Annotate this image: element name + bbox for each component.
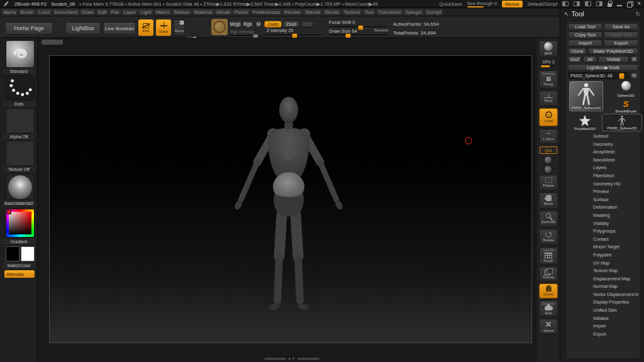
edit-button[interactable]: Edit xyxy=(138,19,153,36)
menu-item[interactable]: Light xyxy=(138,9,153,16)
menu-item[interactable]: Stencil xyxy=(303,9,322,16)
zadd-button[interactable]: Zadd xyxy=(264,21,282,28)
active-tool-slider[interactable]: PM3D_Sphere3D. 48 xyxy=(568,72,629,79)
polymesh3d-tool[interactable]: PolyMesh3D xyxy=(569,114,601,131)
lightbox-button[interactable]: LightBox xyxy=(65,22,101,35)
menu-item[interactable]: Preferences xyxy=(251,9,282,16)
menu-item[interactable]: Marker xyxy=(172,9,192,16)
color-picker[interactable] xyxy=(6,209,35,238)
goz-button[interactable]: GoZ xyxy=(568,56,582,63)
tool-section-item[interactable]: Vector Displacement Map xyxy=(568,291,638,299)
clone-button[interactable]: Clone xyxy=(568,48,587,55)
texture-button[interactable] xyxy=(6,141,35,166)
tool-section-item[interactable]: Initialize xyxy=(568,315,638,323)
collapse-left-panel-icon[interactable] xyxy=(562,1,569,6)
floor-button[interactable]: Floor xyxy=(539,90,558,106)
default-zscript-button[interactable]: DefaultZScript xyxy=(528,1,558,7)
menu-item[interactable]: Stroke xyxy=(323,9,341,16)
menu-item[interactable]: Color xyxy=(36,9,52,16)
local-button[interactable]: Local xyxy=(539,108,558,126)
goz-all-button[interactable]: All xyxy=(583,56,597,63)
simplebrush-tool[interactable]: S SimpleBrush xyxy=(609,98,642,112)
move-button[interactable]: M Move xyxy=(174,19,185,36)
material-button[interactable] xyxy=(6,173,35,200)
active-tool-slider-handle[interactable] xyxy=(619,73,625,79)
sphere3d-tool[interactable]: Sphere3D xyxy=(609,81,642,97)
main-color-swatch[interactable] xyxy=(6,246,19,261)
rgb-intensity-slider[interactable] xyxy=(229,35,262,37)
see-through-slider[interactable]: See-through 0 xyxy=(467,1,497,8)
frame-button[interactable]: Frame xyxy=(539,175,558,190)
lock-icon[interactable] xyxy=(608,3,612,7)
see-through-handle[interactable] xyxy=(467,6,484,8)
menu-item[interactable]: Zplugin xyxy=(403,9,423,16)
spix-slider[interactable]: SPix 3 xyxy=(539,59,558,69)
tool-section-item[interactable]: Subtool xyxy=(568,133,638,141)
scroll-nav-icon[interactable] xyxy=(544,156,552,164)
tool-section-item[interactable]: Normal Map xyxy=(568,283,638,291)
color-sv-square[interactable] xyxy=(9,212,31,234)
collapse-right-panel-icon[interactable] xyxy=(585,1,591,6)
mrgb-button[interactable]: Mrgb xyxy=(229,21,242,28)
tool-section-item[interactable]: Layers xyxy=(568,164,638,172)
tool-section-item[interactable]: Unified Skin xyxy=(568,307,638,315)
expand-left-panel-icon[interactable] xyxy=(574,1,580,6)
alpha-button[interactable] xyxy=(6,108,35,133)
menus-button[interactable]: Menus xyxy=(502,1,523,8)
tool-section-item[interactable]: Deformation xyxy=(568,204,638,212)
menu-item[interactable]: Transform xyxy=(376,9,402,16)
qvz-button[interactable]: Qvz xyxy=(540,146,557,154)
export-button[interactable]: Export xyxy=(604,40,638,47)
home-page-button[interactable]: Home Page xyxy=(5,22,53,35)
scrollbar-track-right[interactable] xyxy=(297,358,319,360)
tool-r-button[interactable]: R xyxy=(630,72,638,79)
menu-item[interactable]: Layer xyxy=(121,9,138,16)
draw-size-slider[interactable] xyxy=(329,35,388,36)
tool-section-item[interactable]: Preview xyxy=(568,188,638,196)
rgb-button[interactable]: Rgb xyxy=(243,21,253,28)
menu-item[interactable]: Tool xyxy=(363,9,376,16)
zsub-button[interactable]: Zsub xyxy=(283,21,299,28)
tool-section-item[interactable]: Visibility xyxy=(568,220,638,228)
restore-icon[interactable] xyxy=(627,1,632,6)
selected-tool-thumbnail[interactable]: PM3D_Sphere3D xyxy=(569,81,603,111)
rotate-nav-button[interactable]: Rotate xyxy=(539,229,558,245)
transp-button[interactable]: Transp xyxy=(539,266,558,282)
sculpt-model[interactable] xyxy=(226,92,352,324)
close-icon[interactable]: × xyxy=(637,1,641,7)
stroke-dots-button[interactable] xyxy=(6,75,35,101)
scroll-down-icon[interactable]: ▼ xyxy=(292,356,296,360)
tool-section-item[interactable]: Texture Map xyxy=(568,267,638,275)
tool-section-item[interactable]: Import xyxy=(568,322,638,331)
tool-section-item[interactable]: Displacement Map xyxy=(568,275,638,283)
menu-item[interactable]: Edit xyxy=(96,9,109,16)
copy-tool-button[interactable]: Copy Tool xyxy=(568,31,602,38)
menu-item[interactable]: Alpha xyxy=(1,9,18,16)
import-button[interactable]: Import xyxy=(568,40,602,47)
bpr-render-button[interactable]: BPR xyxy=(539,40,558,57)
zoom3d-button[interactable]: Zoom3D xyxy=(539,211,558,227)
tool-section-item[interactable]: Geometry HD xyxy=(568,180,638,189)
save-as-button[interactable]: Save As xyxy=(604,23,638,30)
expand-right-panel-icon[interactable] xyxy=(596,1,602,6)
secondary-color-swatch[interactable] xyxy=(21,246,35,261)
material-preview-button[interactable] xyxy=(211,19,228,35)
goz-visible-button[interactable]: Visible xyxy=(598,56,629,63)
tool-section-item[interactable]: Surface xyxy=(568,196,638,204)
focal-shift-handle[interactable] xyxy=(358,25,364,30)
scrollbar-track-left[interactable] xyxy=(264,358,286,360)
minimize-icon[interactable] xyxy=(617,5,622,6)
draw-button[interactable]: Draw xyxy=(156,19,171,36)
tool-section-item[interactable]: Masking xyxy=(568,212,638,220)
viewport[interactable]: ▲▼ xyxy=(38,38,536,362)
brush-standard-button[interactable] xyxy=(6,40,35,68)
menu-item[interactable]: Picker xyxy=(233,9,250,16)
menu-item[interactable]: Document xyxy=(53,9,79,16)
ghost-button[interactable]: Ghost xyxy=(539,283,558,299)
spix-slider-bar[interactable] xyxy=(541,65,556,67)
z-intensity-slider[interactable] xyxy=(264,35,322,36)
tool-section-item[interactable]: Contact xyxy=(568,236,638,244)
document-canvas[interactable] xyxy=(49,55,532,343)
menu-item[interactable]: Draw xyxy=(80,9,96,16)
pm3d-sphere3d-tool[interactable]: PM3D_Sphere3D xyxy=(602,114,642,131)
